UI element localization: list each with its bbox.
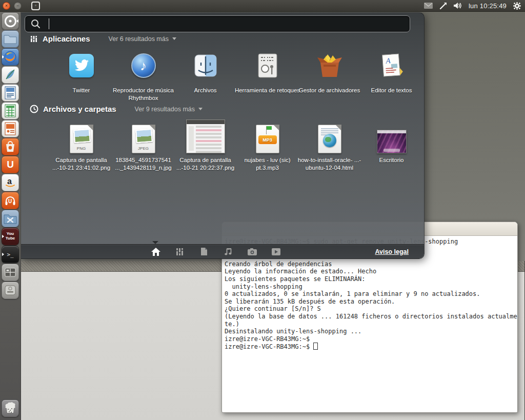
dash-app-files[interactable]: Archivos bbox=[174, 50, 236, 102]
twitter-icon bbox=[69, 54, 94, 77]
headphones-icon: U bbox=[4, 194, 16, 207]
svg-text:A: A bbox=[385, 56, 391, 65]
archive-manager-icon bbox=[316, 53, 343, 78]
launcher-item-ubuntu-one-music[interactable]: U bbox=[2, 192, 19, 209]
section-title: Aplicaciones bbox=[43, 34, 90, 43]
desktop-folder-icon bbox=[377, 130, 407, 153]
desktop: izre@izre-VGC-RB43MG:~$ sudo apt-get rem… bbox=[0, 0, 525, 420]
applications-lens-button[interactable] bbox=[168, 245, 192, 258]
launcher-item-youtube[interactable]: YouTube bbox=[2, 228, 19, 245]
app-label: Twitter bbox=[48, 87, 115, 94]
dash-overlay: Aplicaciones Ver 6 resultados más Twitte… bbox=[21, 12, 425, 259]
files-lens-icon bbox=[200, 247, 208, 256]
messages-icon[interactable] bbox=[424, 3, 433, 9]
applications-lens-icon bbox=[176, 248, 184, 256]
text-editor-icon: A bbox=[380, 53, 403, 78]
dash-file-desktop-folder[interactable]: Escritorio bbox=[360, 117, 422, 172]
dash-app-tweak-tool[interactable]: Herramienta de retoques bbox=[236, 50, 298, 102]
tweak-tool-icon bbox=[256, 53, 279, 78]
hard-drive-icon bbox=[4, 285, 16, 296]
search-icon bbox=[30, 18, 42, 30]
terminal-line: (Leyendo la base de datos ... 161248 fic… bbox=[225, 313, 517, 321]
launcher-item-libreoffice[interactable] bbox=[2, 66, 19, 84]
dash-file-mp3[interactable]: MP3 nujabes - luv (sic) pt.3.mp3 bbox=[236, 117, 298, 172]
videos-lens-icon bbox=[272, 248, 280, 255]
launcher-item-amazon[interactable]: a bbox=[2, 174, 19, 191]
launcher-item-firefox[interactable] bbox=[2, 48, 19, 66]
dash-app-archive-manager[interactable]: Gestor de archivadores bbox=[298, 50, 360, 102]
launcher-item-tools-folder[interactable] bbox=[2, 210, 19, 227]
launcher-item-ubuntu-one[interactable]: U bbox=[2, 156, 19, 173]
svg-text:U: U bbox=[8, 198, 12, 204]
sound-icon[interactable] bbox=[454, 2, 462, 9]
launcher-item-workspace-switcher[interactable] bbox=[2, 264, 19, 281]
minimize-button[interactable]: − bbox=[14, 2, 22, 10]
dash-app-rhythmbox[interactable]: ♪ Reproductor de música Rhythmbox bbox=[112, 50, 174, 102]
files-lens-button[interactable] bbox=[192, 245, 216, 258]
ubuntu-logo-icon bbox=[5, 15, 16, 27]
legal-notice-link[interactable]: Aviso legal bbox=[375, 248, 409, 255]
writer-document-icon bbox=[5, 86, 16, 99]
terminal-line: Leyendo la información de estado... Hech… bbox=[225, 268, 517, 275]
section-header-applications: Aplicaciones Ver 6 resultados más bbox=[21, 34, 425, 43]
maximize-button[interactable]: ▫ bbox=[31, 2, 40, 10]
file-label: Captura de pantalla ...-10-21 23:41:02.p… bbox=[48, 156, 115, 172]
launcher-item-external-drive[interactable] bbox=[2, 282, 19, 299]
launcher-item-trash[interactable] bbox=[2, 399, 19, 417]
terminal-icon: >_ bbox=[7, 251, 13, 258]
tools-icon bbox=[4, 213, 17, 224]
launcher-item-terminal[interactable]: >_ bbox=[2, 246, 19, 263]
terminal-line: ¿Quiere continuar [S/n]? S bbox=[225, 305, 517, 313]
launcher-item-libreoffice-writer[interactable] bbox=[2, 84, 19, 102]
music-lens-icon bbox=[224, 247, 232, 256]
file-label: Escritorio bbox=[358, 156, 426, 164]
launcher: U a U YouTube >_ bbox=[0, 11, 21, 420]
impress-presentation-icon bbox=[5, 122, 16, 135]
dash-file-png-screenshot[interactable]: PNG Captura de pantalla ...-10-21 23:41:… bbox=[50, 117, 112, 172]
folder-icon bbox=[4, 34, 17, 44]
network-icon[interactable] bbox=[439, 2, 447, 10]
app-label: Editor de textos bbox=[358, 87, 426, 94]
app-label: Gestor de archivadores bbox=[296, 87, 364, 94]
section-title: Archivos y carpetas bbox=[43, 105, 116, 113]
session-gear-icon[interactable] bbox=[513, 2, 521, 10]
home-icon bbox=[151, 248, 160, 256]
dash-file-html[interactable]: how-to-install-oracle- ...-ubuntu-12-04.… bbox=[298, 117, 360, 172]
launcher-item-libreoffice-impress[interactable] bbox=[2, 120, 19, 137]
dash-app-twitter[interactable]: Twitter bbox=[50, 50, 112, 102]
file-label: nujabes - luv (sic) pt.3.mp3 bbox=[234, 156, 301, 172]
jpeg-file-icon: JPEG bbox=[132, 125, 155, 153]
top-panel: × − ▫ lun 10:25:49 bbox=[0, 0, 525, 12]
launcher-item-libreoffice-calc[interactable] bbox=[2, 102, 19, 119]
terminal-line: Los siguientes paquetes se ELIMINARÁN: bbox=[225, 275, 517, 283]
search-bar[interactable] bbox=[25, 15, 410, 32]
videos-lens-button[interactable] bbox=[264, 245, 288, 258]
launcher-item-dash-home[interactable] bbox=[2, 12, 19, 30]
dash-file-screenshot-thumbnail[interactable]: Captura de pantalla ...-10-21 20:22:37.p… bbox=[174, 117, 236, 172]
svg-text:a: a bbox=[7, 177, 12, 186]
see-more-applications[interactable]: Ver 6 resultados más bbox=[109, 35, 176, 43]
chevron-down-icon bbox=[172, 37, 176, 40]
trash-icon bbox=[4, 402, 17, 415]
music-lens-button[interactable] bbox=[216, 245, 240, 258]
home-lens-button[interactable] bbox=[144, 245, 168, 258]
screenshot-thumbnail bbox=[186, 119, 225, 153]
app-label: Reproductor de música Rhythmbox bbox=[110, 87, 177, 102]
terminal-line: 0 actualizados, 0 se instalarán, 1 para … bbox=[225, 290, 517, 298]
launcher-item-home-folder[interactable] bbox=[2, 30, 19, 48]
app-label: Archivos bbox=[172, 87, 239, 94]
clock[interactable]: lun 10:25:49 bbox=[469, 2, 507, 10]
dash-app-text-editor[interactable]: A Editor de textos bbox=[360, 50, 422, 102]
launcher-item-software-center[interactable] bbox=[2, 138, 19, 155]
photos-lens-button[interactable] bbox=[240, 245, 264, 258]
see-more-files[interactable]: Ver 9 resultados más bbox=[135, 106, 203, 113]
terminal-line: unity-lens-shopping bbox=[225, 283, 517, 291]
terminal-line: izre@izre-VGC-RB43MG:~$ bbox=[225, 343, 517, 350]
dash-file-jpeg-photo[interactable]: JPEG 183845_4591737541 ..._1439428119_n.… bbox=[112, 117, 174, 172]
amazon-icon: a bbox=[4, 176, 16, 189]
close-button[interactable]: × bbox=[3, 2, 10, 10]
file-manager-icon bbox=[193, 53, 218, 78]
terminal-output[interactable]: izre@izre-VGC-RB43MG:~$ sudo apt-get rem… bbox=[222, 236, 517, 411]
indicator-area: lun 10:25:49 bbox=[424, 2, 525, 10]
mp3-file-icon: MP3 bbox=[256, 125, 279, 153]
